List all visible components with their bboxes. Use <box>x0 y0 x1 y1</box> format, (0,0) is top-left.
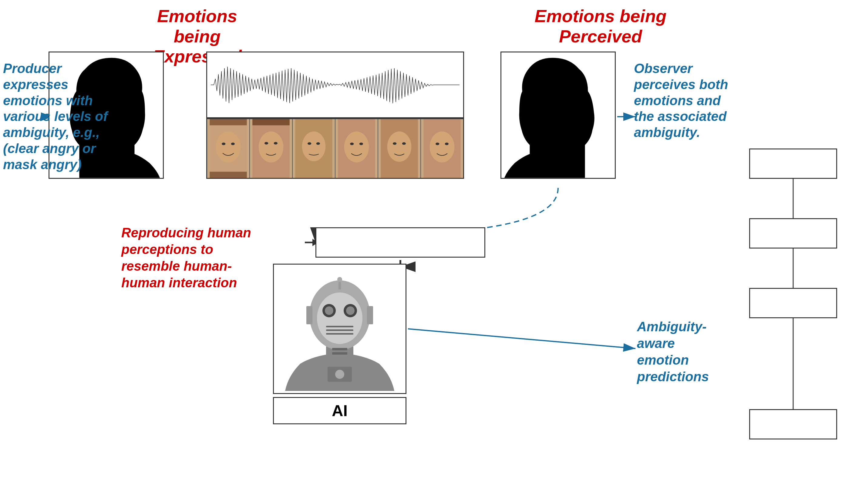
producer-annotation: Producer expresses emotions with various… <box>3 60 131 173</box>
svg-point-65 <box>337 277 342 282</box>
video-frames-box <box>206 118 464 179</box>
svg-point-29 <box>274 142 278 145</box>
svg-point-32 <box>302 131 326 161</box>
waveform-box <box>206 52 464 118</box>
waveform-svg <box>208 53 463 117</box>
svg-line-11 <box>408 329 636 348</box>
svg-point-40 <box>387 131 412 162</box>
svg-rect-58 <box>306 306 312 324</box>
face-thumb-2 <box>250 119 293 178</box>
title-perceived: Emotions being Perceived <box>528 6 673 47</box>
input-box-ai <box>315 227 485 258</box>
svg-point-28 <box>264 142 268 145</box>
face-thumb-3 <box>293 119 335 178</box>
svg-rect-57 <box>326 333 353 335</box>
svg-point-46 <box>445 143 449 145</box>
svg-rect-55 <box>326 326 353 327</box>
observer-box <box>501 52 616 179</box>
face-thumb-6 <box>421 119 463 178</box>
ambiguity-text: Ambiguity- aware emotion predictions <box>637 318 804 385</box>
svg-point-41 <box>393 142 396 145</box>
svg-rect-30 <box>253 119 290 125</box>
svg-point-42 <box>402 142 406 145</box>
right-box-1 <box>749 148 837 179</box>
svg-rect-63 <box>332 352 347 355</box>
svg-point-38 <box>360 143 363 145</box>
observer-annotation: Observer perceives both emotions and the… <box>634 60 846 141</box>
svg-point-53 <box>325 306 333 315</box>
main-diagram: Emotions being Expressed Emotions being … <box>0 0 852 504</box>
right-box-3 <box>749 288 837 318</box>
face-thumb-1 <box>207 119 250 178</box>
svg-rect-25 <box>210 172 247 178</box>
svg-rect-24 <box>210 119 247 125</box>
svg-point-50 <box>317 292 363 344</box>
reproducing-text: Reproducing human perceptions to resembl… <box>121 224 303 291</box>
svg-rect-62 <box>332 348 347 350</box>
face-strip <box>207 119 463 178</box>
svg-point-27 <box>259 131 283 162</box>
svg-point-54 <box>346 306 354 315</box>
svg-point-33 <box>308 142 311 145</box>
ai-label: AI <box>273 397 406 424</box>
svg-point-34 <box>316 142 320 145</box>
svg-point-44 <box>430 131 455 162</box>
svg-point-23 <box>231 143 235 145</box>
svg-rect-59 <box>367 306 373 324</box>
svg-point-22 <box>222 143 225 145</box>
face-thumb-5 <box>378 119 421 178</box>
svg-point-37 <box>350 143 354 145</box>
svg-point-21 <box>216 131 241 162</box>
svg-rect-56 <box>326 329 353 331</box>
svg-point-61 <box>335 370 344 379</box>
observer-silhouette <box>501 52 615 178</box>
right-box-2 <box>749 218 837 249</box>
svg-point-45 <box>436 143 439 145</box>
svg-point-36 <box>344 131 369 162</box>
right-box-4 <box>749 409 837 439</box>
face-thumb-4 <box>335 119 378 178</box>
